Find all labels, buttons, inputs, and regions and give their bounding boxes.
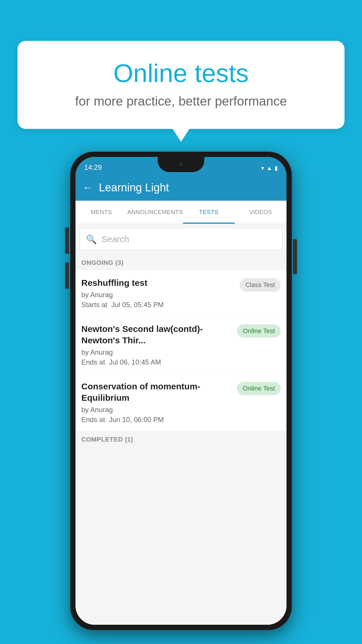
test-badge-class: Class Test [240,278,281,292]
test-item-newtons-info: Newton's Second law(contd)-Newton's Thir… [81,323,232,366]
app-bar: ← Learning Light [75,174,287,201]
tab-tests[interactable]: TESTS [183,201,235,224]
test-item-newtons[interactable]: Newton's Second law(contd)-Newton's Thir… [75,316,287,374]
test-date-reshuffling: Starts at Jul 05, 05:45 PM [81,301,235,309]
tab-videos[interactable]: VIDEOS [235,201,287,224]
tab-announcements[interactable]: ANNOUNCEMENTS [127,201,183,224]
battery-icon: ▮ [275,164,278,172]
wifi-icon: ▾ [261,164,264,172]
back-button[interactable]: ← [82,181,93,194]
promo-section: Online tests for more practice, better p… [17,41,345,129]
test-name-conservation: Conservation of momentum-Equilibrium [81,381,232,403]
volume-down-button [65,262,69,289]
search-icon: 🔍 [86,234,97,244]
test-badge-online-conservation: Online Test [237,382,281,395]
test-name-newtons: Newton's Second law(contd)-Newton's Thir… [81,323,232,346]
content-area: 🔍 Search ONGOING (3) Reshuffling test by… [75,224,287,625]
test-item-conservation-info: Conservation of momentum-Equilibrium by … [81,381,232,424]
status-icons: ▾ ▲ ▮ [261,164,278,172]
test-author-reshuffling: by Anurag [81,291,235,299]
ongoing-section-header: ONGOING (3) [75,254,287,270]
test-badge-online-newtons: Online Test [237,324,281,338]
test-date-newtons: Ends at Jul 06, 10:45 AM [81,358,232,366]
speech-bubble: Online tests for more practice, better p… [17,41,345,129]
power-button [293,239,297,274]
test-item-conservation[interactable]: Conservation of momentum-Equilibrium by … [75,374,287,431]
phone-frame: 14:29 ▾ ▲ ▮ ← Learning Light MENTS ANNOU… [70,152,292,630]
test-date-conservation: Ends at Jun 10, 06:00 PM [81,416,232,424]
bubble-title: Online tests [41,58,321,88]
app-title: Learning Light [99,181,169,194]
tab-ments[interactable]: MENTS [75,201,127,224]
test-name-reshuffling: Reshuffling test [81,277,235,288]
signal-icon: ▲ [266,165,272,172]
search-bar[interactable]: 🔍 Search [80,229,282,250]
bubble-subtitle: for more practice, better performance [41,94,321,108]
phone-mockup: 14:29 ▾ ▲ ▮ ← Learning Light MENTS ANNOU… [70,152,292,630]
volume-up-button [65,228,69,254]
search-placeholder: Search [101,234,129,244]
phone-notch [158,157,204,172]
test-author-newtons: by Anurag [81,348,232,356]
front-camera [178,161,184,168]
tab-bar: MENTS ANNOUNCEMENTS TESTS VIDEOS [75,201,287,224]
completed-section-header: COMPLETED (1) [75,431,287,447]
test-item-reshuffling[interactable]: Reshuffling test by Anurag Starts at Jul… [75,270,287,316]
status-time: 14:29 [84,163,102,172]
test-item-info: Reshuffling test by Anurag Starts at Jul… [81,277,235,309]
phone-screen: 14:29 ▾ ▲ ▮ ← Learning Light MENTS ANNOU… [75,157,287,625]
test-author-conservation: by Anurag [81,406,232,414]
